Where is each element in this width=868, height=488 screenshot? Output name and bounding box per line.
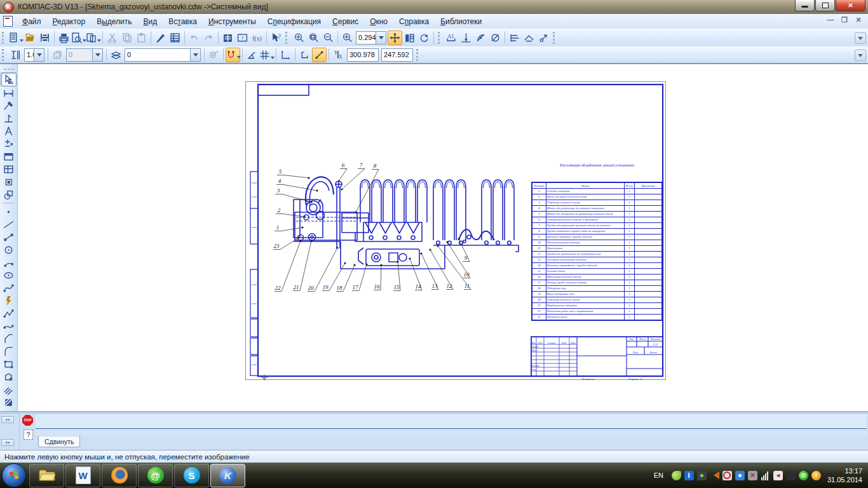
dimension-a1-button[interactable]: А1: [444, 30, 459, 45]
menu-item-help[interactable]: Справка: [393, 15, 435, 28]
zoom-inout-button[interactable]: [321, 30, 336, 45]
panel-grip[interactable]: ◂ ▸ ◂ ▸: [0, 414, 20, 450]
tool-chamfer[interactable]: [1, 332, 16, 345]
start-button[interactable]: [2, 463, 26, 487]
print-button[interactable]: [57, 30, 71, 45]
zoom-dynamic-button[interactable]: [306, 30, 321, 45]
tool-lightning-input[interactable]: [1, 294, 16, 307]
signal-strength-tray-icon[interactable]: [761, 471, 770, 480]
paste-button[interactable]: [134, 30, 149, 45]
cut-button[interactable]: [105, 30, 119, 45]
dropdown-arrow-icon[interactable]: [236, 47, 240, 62]
dropdown-arrow-icon[interactable]: [270, 46, 274, 63]
format-brush-button[interactable]: [153, 30, 168, 45]
line-weight-button[interactable]: [8, 48, 23, 62]
toolbar-grip[interactable]: [285, 32, 289, 44]
mdi-minimize-button[interactable]: —: [826, 16, 835, 24]
layer-combo[interactable]: 0: [125, 48, 201, 62]
taskbar-explorer-button[interactable]: [29, 464, 64, 487]
text-alignment-button[interactable]: [507, 30, 522, 45]
dimension-angle-button[interactable]: [473, 30, 488, 45]
tool-hatch-lines[interactable]: [1, 383, 16, 396]
property-row[interactable]: [36, 414, 867, 429]
window-manager-button[interactable]: [220, 30, 235, 45]
line-scale-combo[interactable]: 1.0: [24, 48, 44, 62]
coord-x-field[interactable]: 300.978: [347, 48, 379, 62]
tool-perpendicular[interactable]: [1, 112, 16, 125]
panel-expand-button[interactable]: ◂ ▸: [1, 439, 14, 446]
zoom-area-button[interactable]: [340, 30, 355, 45]
close-button[interactable]: ✕: [836, 0, 865, 11]
bluetooth-tray-icon[interactable]: ᛒ: [684, 471, 694, 480]
taskbar-skype-button[interactable]: S: [174, 464, 209, 487]
restore-button[interactable]: [815, 0, 835, 11]
toolbar-grip[interactable]: [553, 32, 557, 44]
tool-point[interactable]: [1, 205, 16, 218]
info-tray-icon[interactable]: i: [811, 471, 821, 480]
mdi-restore-button[interactable]: ❐: [840, 16, 849, 24]
menu-item-specification[interactable]: Спецификация: [262, 15, 327, 28]
undo-button[interactable]: [187, 30, 201, 45]
tool-collect-contour[interactable]: [1, 370, 16, 383]
property-row-2[interactable]: [36, 429, 867, 436]
taskbar-mailru-agent-button[interactable]: @: [138, 464, 173, 487]
antivirus-tray-icon[interactable]: [672, 471, 681, 480]
layer-settings-button[interactable]: [207, 48, 221, 62]
tool-select[interactable]: [1, 72, 17, 86]
grid-button[interactable]: [259, 48, 274, 62]
snap-magnet-button[interactable]: [226, 48, 240, 62]
context-help-button[interactable]: ?: [269, 30, 283, 45]
angle-snap-button[interactable]: [245, 48, 259, 62]
panel-help-button[interactable]: ?: [24, 430, 33, 440]
zoom-combo[interactable]: 0.2948: [356, 31, 386, 44]
stop-button[interactable]: STOP: [22, 415, 33, 426]
clock[interactable]: 13:17 31.05.2014: [827, 466, 864, 485]
tool-designation-hammer[interactable]: [1, 99, 16, 112]
zoom-window-button[interactable]: [292, 30, 306, 45]
dropdown-arrow-icon[interactable]: [376, 32, 386, 44]
tool-spline[interactable]: [1, 281, 16, 294]
coords-icon[interactable]: YX: [331, 48, 346, 62]
tool-ellipse[interactable]: [1, 269, 16, 281]
dropdown-arrow-icon[interactable]: [97, 29, 100, 46]
taskbar-firefox-button[interactable]: [102, 464, 137, 487]
variables-button[interactable]: ?: [235, 30, 250, 45]
refresh-button[interactable]: [417, 30, 431, 45]
pan-button[interactable]: [388, 30, 402, 45]
tool-fillet[interactable]: [1, 345, 16, 358]
snap-points-button[interactable]: [312, 48, 327, 62]
tool-measure-compass[interactable]: [1, 125, 16, 137]
dimension-diameter-button[interactable]: [488, 30, 503, 45]
tool-window[interactable]: [1, 150, 16, 163]
tool-segment[interactable]: [1, 231, 16, 243]
menu-item-view[interactable]: Вид: [138, 15, 163, 28]
new-document-button[interactable]: [8, 30, 23, 45]
toolbar-grip[interactable]: [2, 32, 6, 44]
dropdown-arrow-icon[interactable]: [92, 49, 102, 61]
redo-button[interactable]: [201, 30, 216, 45]
menu-item-select[interactable]: Выделить: [91, 15, 137, 28]
roughness-button[interactable]: [536, 30, 551, 45]
language-indicator[interactable]: EN: [654, 471, 663, 479]
tool-polyline[interactable]: [1, 307, 16, 320]
display-blocked-tray-icon[interactable]: [722, 471, 732, 480]
power-tray-icon[interactable]: ✕: [748, 471, 757, 480]
tool-curve[interactable]: [1, 320, 16, 332]
tool-arc[interactable]: [1, 256, 16, 269]
document-view-button[interactable]: [402, 30, 417, 45]
tool-rectangle[interactable]: [1, 358, 16, 370]
dimension-leader-button[interactable]: [459, 30, 473, 45]
mailru-tray-icon[interactable]: @: [799, 471, 808, 480]
menu-item-insert[interactable]: Вставка: [163, 15, 203, 28]
volume-muted-tray-icon[interactable]: ◄: [773, 471, 783, 480]
toolbar-grip[interactable]: [416, 49, 420, 61]
menu-item-file[interactable]: Файл: [17, 15, 47, 28]
dropdown-arrow-icon[interactable]: [190, 49, 200, 61]
menu-item-editor[interactable]: Редактор: [47, 15, 92, 28]
drawing-canvas[interactable]: 1234567891011121314151617181920212223: [18, 64, 868, 411]
toolbar-overflow-button[interactable]: [855, 32, 866, 44]
tool-table[interactable]: [1, 163, 16, 175]
save-button[interactable]: [37, 30, 52, 45]
document-setup-button[interactable]: [86, 30, 100, 45]
tool-hatch-fill[interactable]: [1, 396, 16, 409]
